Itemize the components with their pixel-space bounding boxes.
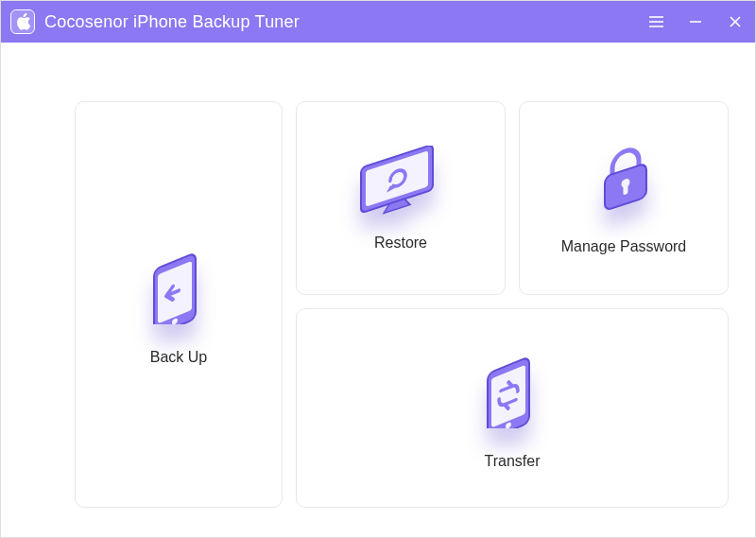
backup-label: Back Up [150,349,207,366]
minimize-icon [689,15,702,28]
backup-tile[interactable]: Back Up [75,101,283,508]
restore-label: Restore [374,234,427,252]
title-bar: Cocosenor iPhone Backup Tuner [1,1,755,43]
tile-grid: Back Up Restor [75,101,719,499]
menu-button[interactable] [636,1,676,43]
monitor-restore-icon [353,146,448,217]
manage-password-tile[interactable]: Manage Password [519,101,729,295]
backup-icon-wrap [76,243,282,324]
window-controls [636,1,755,43]
menu-icon [649,16,663,27]
restore-icon-wrap [297,146,505,217]
close-button[interactable] [715,1,755,43]
manage-password-label: Manage Password [561,238,687,255]
transfer-tile[interactable]: Transfer [296,308,729,508]
app-window: Cocosenor iPhone Backup Tuner [0,0,756,538]
restore-tile[interactable]: Restore [296,101,506,295]
transfer-icon-wrap [297,347,728,428]
lock-icon-wrap [520,142,728,221]
app-logo-icon [10,9,35,34]
phone-sync-icon [478,347,546,428]
minimize-button[interactable] [676,1,715,43]
transfer-label: Transfer [485,453,541,470]
close-icon [729,15,742,28]
lock-icon [590,142,658,221]
app-title: Cocosenor iPhone Backup Tuner [44,12,300,32]
phone-back-icon [145,243,213,324]
content-panel: Back Up Restor [12,54,744,526]
